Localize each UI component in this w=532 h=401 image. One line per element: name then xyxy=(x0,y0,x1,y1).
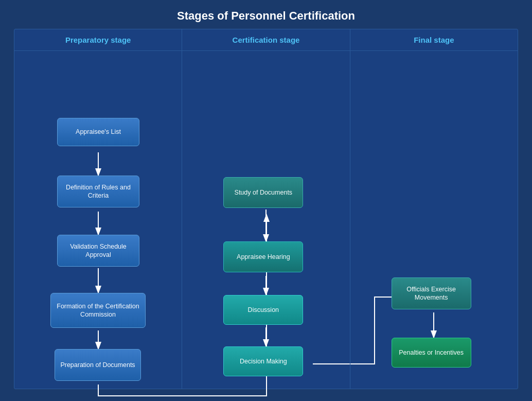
box-formation-commission: Formation of the Certification Commissio… xyxy=(50,293,146,328)
box-penalties-incentives: Penalties or Incentives xyxy=(392,338,471,368)
header-certification: Certification stage xyxy=(182,29,350,50)
header-final: Final stage xyxy=(350,29,518,50)
box-validation-schedule: Validation Schedule Approval xyxy=(57,235,139,267)
box-preparation-docs: Preparation of Documents xyxy=(55,349,141,381)
certification-stage-col: Study of Documents Appraisee Hearing Dis… xyxy=(182,51,350,389)
box-appraisees-list: Appraisee's List xyxy=(57,118,139,146)
box-study-documents: Study of Documents xyxy=(223,177,303,208)
content-row: Appraisee's List Definition of Rules and… xyxy=(14,51,518,389)
box-discussion: Discussion xyxy=(223,295,303,325)
header-preparatory: Preparatory stage xyxy=(14,29,182,50)
box-officials-exercise: Officials Exercise Movements xyxy=(392,277,471,309)
box-definition-rules: Definition of Rules and Criteria xyxy=(57,176,139,207)
header-row: Preparatory stage Certification stage Fi… xyxy=(14,29,518,51)
box-decision-making: Decision Making xyxy=(223,346,303,376)
final-stage-col: Officials Exercise Movements Penalties o… xyxy=(350,51,518,389)
diagram-container: Preparatory stage Certification stage Fi… xyxy=(14,29,518,389)
preparatory-stage-col: Appraisee's List Definition of Rules and… xyxy=(14,51,182,389)
page-title: Stages of Personnel Certification xyxy=(0,0,532,29)
box-appraisee-hearing: Appraisee Hearing xyxy=(223,241,303,272)
